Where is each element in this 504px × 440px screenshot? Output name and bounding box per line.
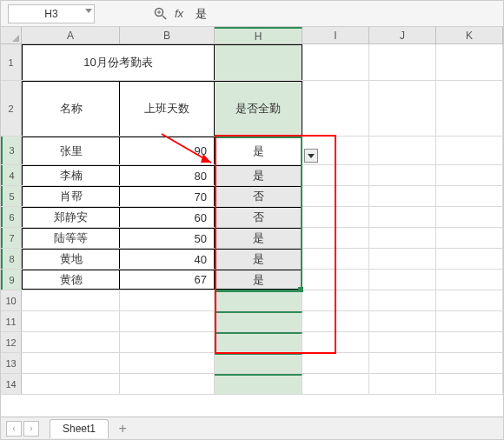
cell-days[interactable]: 40: [120, 249, 215, 269]
cell[interactable]: [436, 311, 503, 331]
cell[interactable]: [369, 311, 436, 331]
cell[interactable]: [302, 290, 369, 310]
cell[interactable]: [302, 81, 369, 136]
title-cell[interactable]: 10月份考勤表: [22, 44, 215, 80]
cell[interactable]: [369, 81, 436, 136]
cell[interactable]: [369, 249, 436, 269]
cell-name[interactable]: 陆等等: [22, 228, 120, 248]
row-header[interactable]: 2: [1, 81, 22, 136]
cell[interactable]: [436, 228, 503, 248]
cell[interactable]: [22, 290, 120, 310]
cell[interactable]: [369, 270, 436, 290]
cell-name[interactable]: 张里: [22, 137, 120, 164]
row-header[interactable]: 13: [1, 353, 22, 373]
cell-full[interactable]: 是: [215, 228, 302, 248]
cell[interactable]: [436, 353, 503, 373]
cell[interactable]: [302, 374, 369, 394]
cell[interactable]: [436, 81, 503, 136]
cell[interactable]: [302, 44, 369, 80]
row-header[interactable]: 12: [1, 332, 22, 352]
header-days[interactable]: 上班天数: [120, 81, 215, 136]
cell[interactable]: [120, 332, 215, 352]
row-header[interactable]: 5: [1, 186, 22, 206]
sheet-tab[interactable]: Sheet1: [50, 419, 109, 438]
cell-days[interactable]: 80: [120, 165, 215, 185]
row-header[interactable]: 9: [1, 270, 22, 290]
cell[interactable]: [22, 353, 120, 373]
cell[interactable]: [369, 374, 436, 394]
cell[interactable]: [436, 207, 503, 227]
row-header[interactable]: 14: [1, 374, 22, 394]
cell-name[interactable]: 黄德: [22, 270, 120, 290]
cell[interactable]: [120, 374, 215, 394]
tab-nav-next[interactable]: ›: [23, 421, 39, 437]
add-sheet-button[interactable]: +: [114, 420, 131, 437]
formula-value[interactable]: 是: [196, 6, 207, 22]
cell[interactable]: [215, 44, 302, 80]
cell[interactable]: [22, 374, 120, 394]
cell[interactable]: [436, 249, 503, 269]
header-name[interactable]: 名称: [22, 81, 120, 136]
cell-days[interactable]: 70: [120, 186, 215, 206]
cell[interactable]: [302, 270, 369, 290]
cell[interactable]: [369, 290, 436, 310]
cell-name[interactable]: 郑静安: [22, 207, 120, 227]
cell-days[interactable]: 90: [120, 137, 215, 164]
cell-full[interactable]: 是: [215, 137, 302, 164]
row-header[interactable]: 11: [1, 311, 22, 331]
cell[interactable]: [436, 290, 503, 310]
row-header[interactable]: 8: [1, 249, 22, 269]
dropdown-button[interactable]: [304, 149, 318, 163]
cell[interactable]: [120, 311, 215, 331]
cell[interactable]: [436, 44, 503, 80]
cell[interactable]: [302, 165, 369, 185]
col-header-K[interactable]: K: [436, 27, 503, 43]
row-header[interactable]: 4: [1, 165, 22, 185]
cell[interactable]: [369, 353, 436, 373]
tab-nav-prev[interactable]: ‹: [6, 421, 22, 437]
col-header-H[interactable]: H: [215, 27, 302, 43]
cell[interactable]: [369, 165, 436, 185]
cell[interactable]: [436, 165, 503, 185]
cell[interactable]: [215, 290, 302, 310]
cell[interactable]: [436, 374, 503, 394]
cell[interactable]: [369, 228, 436, 248]
cell-days[interactable]: 60: [120, 207, 215, 227]
cell[interactable]: [436, 270, 503, 290]
col-header-J[interactable]: J: [369, 27, 436, 43]
header-full[interactable]: 是否全勤: [215, 81, 302, 136]
cell[interactable]: [369, 44, 436, 80]
row-header[interactable]: 3: [1, 137, 22, 164]
cell[interactable]: [120, 290, 215, 310]
row-header[interactable]: 1: [1, 44, 22, 80]
grid[interactable]: 1 10月份考勤表 2 名称 上班天数 是否全勤 3 张里 90 是: [1, 44, 503, 395]
cell[interactable]: [302, 186, 369, 206]
cell[interactable]: [120, 353, 215, 373]
row-header[interactable]: 6: [1, 207, 22, 227]
cell-full[interactable]: 否: [215, 186, 302, 206]
name-box[interactable]: H3: [8, 4, 95, 23]
cell-days[interactable]: 50: [120, 228, 215, 248]
select-all-corner[interactable]: [1, 27, 22, 43]
cell-days[interactable]: 67: [120, 270, 215, 290]
cell[interactable]: [215, 332, 302, 352]
cell[interactable]: [436, 332, 503, 352]
cell[interactable]: [22, 332, 120, 352]
cell-full[interactable]: 否: [215, 207, 302, 227]
cell[interactable]: [22, 311, 120, 331]
cell[interactable]: [369, 332, 436, 352]
cell-full[interactable]: 是: [215, 249, 302, 269]
cell[interactable]: [369, 137, 436, 164]
cell-full[interactable]: 是: [215, 270, 302, 290]
cell[interactable]: [302, 249, 369, 269]
col-header-I[interactable]: I: [302, 27, 369, 43]
cell[interactable]: [369, 186, 436, 206]
cell[interactable]: [436, 186, 503, 206]
cell[interactable]: [369, 207, 436, 227]
cell[interactable]: [302, 311, 369, 331]
cell[interactable]: [436, 137, 503, 164]
cell[interactable]: [302, 228, 369, 248]
cell-name[interactable]: 黄地: [22, 249, 120, 269]
chevron-down-icon[interactable]: [85, 9, 92, 13]
fx-label[interactable]: fx: [175, 7, 183, 20]
